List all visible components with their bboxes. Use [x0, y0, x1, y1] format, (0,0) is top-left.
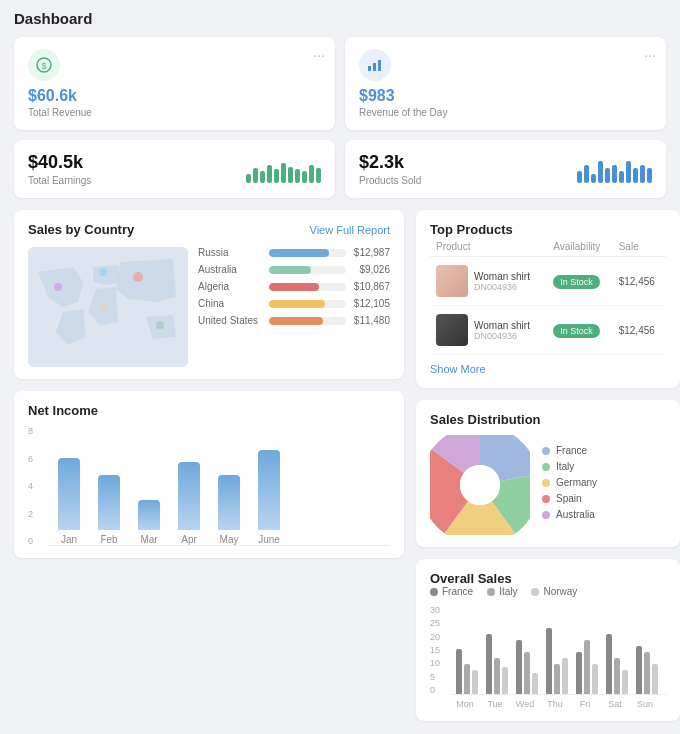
bars-fri	[576, 640, 598, 694]
sales-by-country-panel: Sales by Country View Full Report	[14, 210, 404, 379]
pie-legend: France Italy Germany Spain	[542, 445, 597, 525]
product-row-1: Woman shirt DN004936 In Stock $12,456	[430, 257, 666, 306]
country-row-russia: Russia $12,987	[198, 247, 390, 258]
svg-point-9	[100, 304, 106, 310]
net-income-chart: 0 2 4 6 8 Jan Feb	[28, 426, 390, 546]
day-labels: Mon Tue Wed Thu Fri Sat Sun	[452, 699, 666, 709]
svg-point-8	[156, 321, 164, 329]
bars-tue	[486, 634, 508, 694]
product-row-2: Woman shirt DN004936 In Stock $12,456	[430, 306, 666, 355]
products-sold-card: $2.3k Products Sold	[345, 140, 666, 198]
col-availability: Availability	[547, 237, 612, 257]
stock-badge-1: In Stock	[553, 275, 600, 289]
legend-germany: Germany	[542, 477, 597, 488]
svg-text:$: $	[41, 61, 46, 71]
bars-sun	[636, 646, 658, 694]
country-row-algeria: Algeria $10,867	[198, 281, 390, 292]
sales-distribution-panel: Sales Distribution	[416, 400, 680, 547]
top-products-title: Top Products	[430, 222, 666, 237]
svg-point-10	[54, 283, 62, 291]
overall-sales-panel: Overall Sales France Italy Norway	[416, 559, 680, 721]
bar-may: May	[218, 475, 240, 545]
view-full-report-link[interactable]: View Full Report	[310, 224, 391, 236]
country-bars: Russia $12,987 Australia $9,026 Algeria	[198, 247, 390, 367]
svg-point-7	[99, 268, 107, 276]
net-income-panel: Net Income 0 2 4 6 8 Jan	[14, 391, 404, 558]
svg-rect-3	[373, 63, 376, 71]
net-income-title: Net Income	[28, 403, 390, 418]
total-revenue-value: $60.6k	[28, 87, 321, 105]
bar-mar: Mar	[138, 500, 160, 545]
bar-june: June	[258, 450, 280, 545]
overall-bar-chart	[452, 605, 666, 695]
pie-chart	[430, 435, 530, 535]
revenue-day-label: Revenue of the Day	[359, 107, 652, 118]
overall-y-labels: 0 5 10 15 20 25 30	[430, 605, 440, 695]
bars-thu	[546, 628, 568, 694]
revenue-icon: $	[28, 49, 60, 81]
total-revenue-card: ··· $ $60.6k Total Revenue	[14, 37, 335, 130]
sales-country-title: Sales by Country	[28, 222, 134, 237]
stock-badge-2: In Stock	[553, 324, 600, 338]
svg-rect-2	[368, 66, 371, 71]
country-row-china: China $12,105	[198, 298, 390, 309]
bars-sat	[606, 634, 628, 694]
page-title: Dashboard	[14, 10, 666, 27]
overall-chart-wrapper: 0 5 10 15 20 25 30	[430, 605, 666, 709]
legend-france-os: France	[430, 586, 473, 597]
bar-chart-area: Jan Feb Mar Apr	[48, 426, 390, 546]
revenue-day-value: $983	[359, 87, 652, 105]
products-table: Product Availability Sale Woman sh	[430, 237, 666, 355]
col-sale: Sale	[613, 237, 666, 257]
svg-point-6	[133, 272, 143, 282]
legend-norway-os: Norway	[531, 586, 577, 597]
bar-apr: Apr	[178, 462, 200, 545]
product-thumb-1	[436, 265, 468, 297]
products-sold-label: Products Sold	[359, 175, 421, 186]
legend-australia: Australia	[542, 509, 597, 520]
col-product: Product	[430, 237, 547, 257]
total-earnings-card: $40.5k Total Earnings	[14, 140, 335, 198]
bars-wed	[516, 640, 538, 694]
sales-dist-title: Sales Distribution	[430, 412, 666, 427]
earnings-mini-chart	[246, 155, 321, 183]
overall-sales-title: Overall Sales	[430, 571, 666, 586]
card-dots-revenue[interactable]: ···	[313, 47, 325, 63]
svg-rect-4	[378, 60, 381, 71]
total-earnings-value: $40.5k	[28, 152, 91, 173]
products-sold-value: $2.3k	[359, 152, 421, 173]
top-products-panel: Top Products Product Availability Sale	[416, 210, 680, 388]
svg-point-16	[460, 465, 500, 505]
legend-italy: Italy	[542, 461, 597, 472]
bar-feb: Feb	[98, 475, 120, 545]
legend-france: France	[542, 445, 597, 456]
revenue-day-card: ··· $983 Revenue of the Day	[345, 37, 666, 130]
products-mini-chart	[577, 155, 652, 183]
card-dots-day[interactable]: ···	[644, 47, 656, 63]
total-earnings-label: Total Earnings	[28, 175, 91, 186]
overall-legend: France Italy Norway	[430, 586, 666, 597]
bar-jan: Jan	[58, 458, 80, 545]
legend-spain: Spain	[542, 493, 597, 504]
show-more-link[interactable]: Show More	[430, 363, 486, 375]
bars-mon	[456, 649, 478, 694]
y-axis: 0 2 4 6 8	[28, 426, 33, 546]
country-row-us: United States $11,480	[198, 315, 390, 326]
product-thumb-2	[436, 314, 468, 346]
revenue-day-icon	[359, 49, 391, 81]
total-revenue-label: Total Revenue	[28, 107, 321, 118]
pie-area: France Italy Germany Spain	[430, 435, 666, 535]
country-row-australia: Australia $9,026	[198, 264, 390, 275]
world-map	[28, 247, 188, 367]
legend-italy-os: Italy	[487, 586, 517, 597]
